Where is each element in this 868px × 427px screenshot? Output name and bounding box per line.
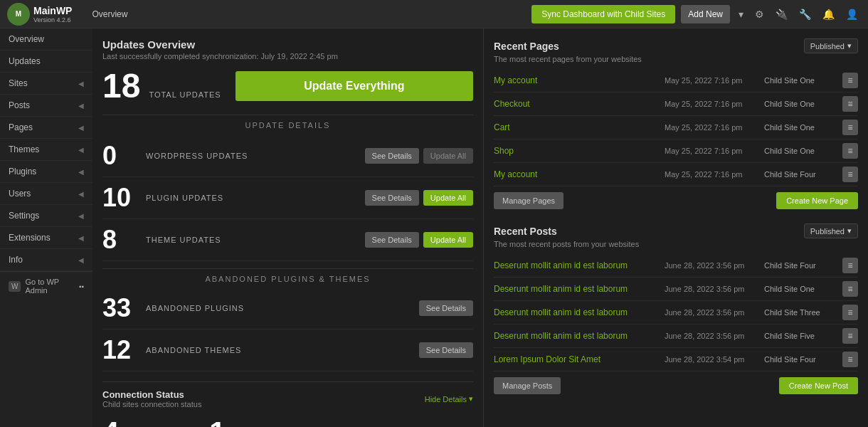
wordpress-update-all-button[interactable]: Update All (423, 148, 473, 164)
bell-icon[interactable]: 🔔 (820, 6, 837, 23)
sidebar-item-sites[interactable]: Sites ◀ (0, 73, 92, 95)
recent-post-action-5[interactable]: ≡ (842, 352, 858, 367)
recent-post-title-2[interactable]: Deserunt mollit anim id est laborum (494, 284, 665, 294)
recent-page-title-5[interactable]: My account (494, 169, 665, 179)
user-icon[interactable]: 👤 (843, 6, 861, 23)
recent-pages-actions: Manage Pages Create New Page (494, 192, 858, 209)
abandoned-plugins-label: ABANDONED PLUGINS (146, 304, 419, 312)
recent-page-title-4[interactable]: Shop (494, 146, 665, 156)
sidebar-item-info[interactable]: Info ◀ (0, 249, 92, 271)
recent-page-site-1: Child Site One (764, 76, 842, 85)
connection-status-sub: Child sites connection status (102, 400, 201, 408)
sidebar-item-sites-label: Sites (9, 78, 28, 88)
plugins-arrow-icon: ◀ (78, 168, 84, 176)
topbar: M MainWP Version 4.2.6 Overview Sync Das… (0, 0, 868, 28)
recent-posts-filter-label: Published (810, 227, 845, 236)
manage-pages-button[interactable]: Manage Pages (494, 192, 563, 209)
logo-text-group: MainWP Version 4.2.6 (33, 5, 72, 23)
settings-icon[interactable]: ⚙ (752, 6, 767, 23)
wordpress-see-details-button[interactable]: See Details (365, 148, 419, 164)
wordpress-update-actions: See Details Update All (365, 148, 473, 164)
recent-pages-filter-button[interactable]: Published ▾ (804, 38, 858, 53)
recent-page-date-1: May 25, 2022 7:16 pm (665, 76, 764, 85)
recent-post-title-3[interactable]: Deserunt mollit anim id est laborum (494, 307, 665, 317)
sidebar-item-settings[interactable]: Settings ◀ (0, 205, 92, 227)
total-updates-count-group: 18 TOTAL UPDATES (102, 69, 221, 103)
recent-page-title-3[interactable]: Cart (494, 122, 665, 132)
recent-page-action-5[interactable]: ≡ (842, 167, 858, 182)
hide-details-chevron-icon: ▾ (469, 394, 473, 404)
wordpress-updates-label: WORDPRESS UPDATES (146, 152, 365, 160)
recent-page-action-3[interactable]: ≡ (842, 120, 858, 135)
plugin-updates-num: 10 (102, 183, 142, 213)
recent-post-action-2[interactable]: ≡ (842, 281, 858, 297)
recent-post-action-4[interactable]: ≡ (842, 328, 858, 344)
abandoned-themes-label: ABANDONED THEMES (146, 346, 419, 354)
sidebar-item-themes[interactable]: Themes ◀ (0, 139, 92, 161)
connected-stat: 4 CONNECTED (102, 416, 181, 427)
manage-posts-button[interactable]: Manage Posts (494, 377, 561, 394)
recent-page-action-1[interactable]: ≡ (842, 73, 858, 88)
recent-post-site-1: Child Site Four (764, 261, 842, 270)
recent-post-site-5: Child Site Four (764, 355, 842, 364)
recent-post-action-3[interactable]: ≡ (842, 305, 858, 320)
main: Updates Overview Last successfully compl… (92, 28, 868, 427)
sidebar-item-posts[interactable]: Posts ◀ (0, 95, 92, 117)
recent-page-action-4[interactable]: ≡ (842, 143, 858, 159)
recent-pages-filter-label: Published (810, 42, 845, 51)
go-to-wp-admin-button[interactable]: W Go to WP Admin ▪▪ (0, 271, 92, 300)
plugin-update-all-button[interactable]: Update All (423, 190, 473, 206)
sidebar-item-pages-label: Pages (9, 122, 33, 132)
sidebar-item-settings-label: Settings (9, 211, 39, 221)
logo: M MainWP Version 4.2.6 (7, 3, 72, 26)
recent-page-title-1[interactable]: My account (494, 75, 665, 85)
recent-page-row: My account May 25, 2022 7:16 pm Child Si… (494, 69, 858, 93)
info-arrow-icon: ◀ (78, 256, 84, 264)
abandoned-plugins-see-details-button[interactable]: See Details (419, 300, 473, 316)
total-updates-label: TOTAL UPDATES (149, 90, 221, 99)
plugin-icon[interactable]: 🔌 (773, 6, 790, 23)
sync-button[interactable]: Sync Dashboard with Child Sites (531, 5, 675, 23)
recent-post-title-5[interactable]: Lorem Ipsum Dolor Sit Amet (494, 354, 665, 364)
create-new-page-button[interactable]: Create New Page (776, 192, 858, 209)
recent-page-title-2[interactable]: Checkout (494, 99, 665, 109)
recent-pages-filter-chevron-icon: ▾ (847, 41, 852, 51)
theme-update-all-button[interactable]: Update All (423, 232, 473, 248)
sidebar-item-extensions[interactable]: Extensions ◀ (0, 227, 92, 249)
recent-pages-section: Recent Pages Published ▾ The most recent… (494, 38, 858, 209)
theme-see-details-button[interactable]: See Details (365, 232, 419, 248)
recent-page-action-2[interactable]: ≡ (842, 96, 858, 112)
sidebar-item-updates[interactable]: Updates (0, 51, 92, 73)
sidebar-item-pages[interactable]: Pages ◀ (0, 117, 92, 139)
recent-post-row: Deserunt mollit anim id est laborum June… (494, 254, 858, 278)
tools-icon[interactable]: 🔧 (796, 6, 814, 23)
posts-arrow-icon: ◀ (78, 102, 84, 110)
hide-details-button[interactable]: Hide Details ▾ (425, 394, 473, 404)
sidebar-item-updates-label: Updates (9, 56, 41, 66)
wordpress-updates-row: 0 WORDPRESS UPDATES See Details Update A… (102, 135, 473, 177)
layout: Overview Updates Sites ◀ Posts ◀ Pages ◀… (0, 28, 868, 427)
recent-posts-title: Recent Posts (494, 226, 557, 237)
recent-post-site-3: Child Site Three (764, 308, 842, 317)
update-everything-button[interactable]: Update Everything (235, 71, 473, 101)
topbar-overview-link[interactable]: Overview (86, 6, 133, 22)
sidebar-item-overview[interactable]: Overview (0, 28, 92, 51)
sites-arrow-icon: ◀ (78, 80, 84, 88)
create-new-post-button[interactable]: Create New Post (779, 377, 858, 394)
dropdown-icon[interactable]: ▾ (736, 6, 746, 23)
recent-post-title-4[interactable]: Deserunt mollit anim id est laborum (494, 331, 665, 341)
add-new-button[interactable]: Add New (681, 5, 730, 23)
abandoned-themes-see-details-button[interactable]: See Details (419, 342, 473, 358)
recent-post-row: Lorem Ipsum Dolor Sit Amet June 28, 2022… (494, 348, 858, 371)
plugin-see-details-button[interactable]: See Details (365, 190, 419, 206)
topbar-nav: Overview (86, 6, 133, 22)
sidebar-item-users[interactable]: Users ◀ (0, 183, 92, 205)
recent-post-date-5: June 28, 2022 3:54 pm (665, 355, 764, 364)
recent-post-site-2: Child Site One (764, 285, 842, 293)
total-updates-number: 18 (102, 69, 140, 103)
recent-post-action-1[interactable]: ≡ (842, 258, 858, 273)
sidebar-item-plugins[interactable]: Plugins ◀ (0, 161, 92, 183)
recent-post-title-1[interactable]: Deserunt mollit anim id est laborum (494, 260, 665, 270)
recent-post-row: Deserunt mollit anim id est laborum June… (494, 325, 858, 348)
recent-posts-filter-button[interactable]: Published ▾ (804, 223, 858, 238)
